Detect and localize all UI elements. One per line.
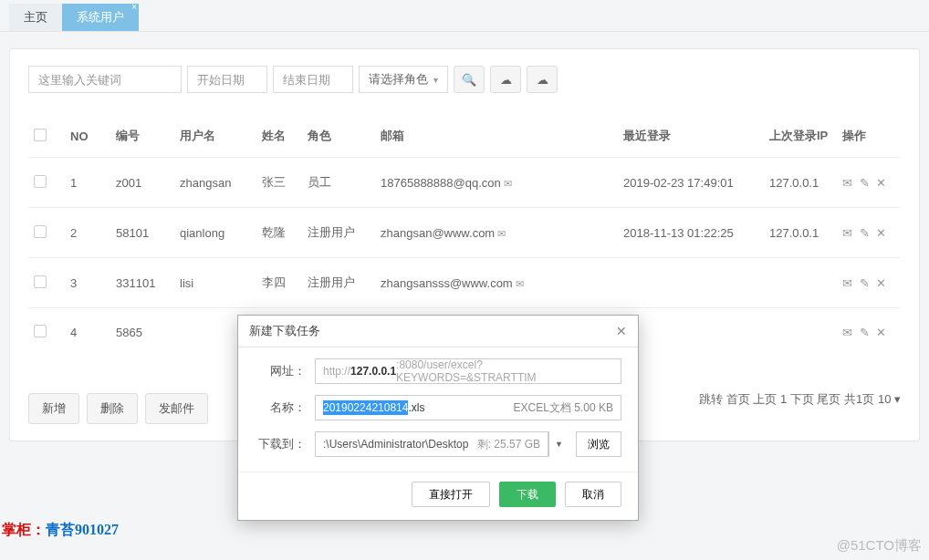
col-role: 角色	[302, 115, 375, 158]
end-date-input[interactable]	[273, 66, 353, 93]
cell-no: 4	[65, 308, 110, 358]
toolbar: 请选择角色 ▾ 🔍 ☁ ☁	[28, 66, 901, 93]
mail-icon[interactable]: ✉	[842, 326, 854, 339]
row-checkbox[interactable]	[34, 175, 47, 188]
cell-no: 2	[65, 208, 110, 258]
cell-username: lisi	[174, 258, 256, 308]
cell-no: 3	[65, 258, 110, 308]
mail-icon[interactable]: ✉	[842, 176, 854, 190]
cell-email: zhangsan@www.com✉	[375, 208, 618, 258]
edit-icon[interactable]: ✎	[860, 176, 872, 190]
download-button[interactable]: ☁	[490, 66, 521, 93]
mail-icon: ✉	[516, 278, 524, 289]
name-input[interactable]: 20190224210814.xls EXCEL文档 5.00 KB	[315, 395, 621, 420]
pager-jump[interactable]: 跳转	[699, 392, 723, 406]
delete-icon[interactable]: ✕	[876, 276, 888, 290]
cloud-upload-icon: ☁	[537, 73, 548, 87]
pager-last[interactable]: 尾页	[817, 392, 840, 406]
download-button[interactable]: 下载	[499, 482, 556, 507]
pager-prev[interactable]: 上页	[753, 392, 777, 406]
tab-users[interactable]: 系统用户	[62, 4, 139, 31]
row-actions: ✉ ✎ ✕	[837, 208, 901, 258]
pager-next[interactable]: 下页	[790, 392, 814, 406]
cell-username: zhangsan	[174, 158, 256, 208]
mail-icon: ✉	[497, 228, 506, 239]
row-actions: ✉ ✎ ✕	[837, 258, 901, 308]
downloadto-label: 下载到：	[255, 436, 306, 452]
col-username: 用户名	[174, 115, 256, 158]
cell-name: 李四	[256, 258, 302, 308]
cell-name: 乾隆	[256, 208, 302, 258]
watermark-blog: @51CTO博客	[837, 537, 922, 555]
select-all-checkbox[interactable]	[34, 129, 47, 141]
cell-lastlogin: 2019-02-23 17:49:01	[618, 158, 764, 208]
search-icon: 🔍	[462, 73, 476, 87]
mail-icon[interactable]: ✉	[842, 276, 854, 290]
pager-current: 1	[780, 392, 787, 406]
cell-lastip	[764, 258, 837, 308]
cell-lastlogin: 2018-11-13 01:22:25	[618, 208, 764, 258]
row-actions: ✉ ✎ ✕	[837, 308, 901, 358]
pagination: 跳转 首页 上页 1 下页 尾页 共1页 10 ▾	[699, 391, 901, 408]
cell-role: 注册用户	[302, 258, 375, 308]
sendmail-button[interactable]: 发邮件	[145, 393, 208, 424]
role-label: 请选择角色	[369, 71, 428, 88]
open-direct-button[interactable]: 直接打开	[412, 482, 490, 507]
cell-code: z001	[110, 158, 174, 208]
cancel-button[interactable]: 取消	[565, 482, 621, 507]
cell-lastip	[764, 308, 837, 358]
edit-icon[interactable]: ✎	[860, 226, 872, 240]
keyword-input[interactable]	[28, 66, 182, 93]
start-date-input[interactable]	[187, 66, 267, 93]
cell-name: 张三	[256, 158, 302, 208]
row-checkbox[interactable]	[34, 225, 47, 238]
url-label: 网址：	[255, 363, 306, 379]
cell-code: 5865	[110, 308, 174, 358]
close-icon[interactable]: ✕	[616, 324, 627, 338]
row-actions: ✉ ✎ ✕	[837, 158, 901, 208]
pager-size[interactable]: 10	[878, 392, 891, 406]
edit-icon[interactable]: ✎	[860, 326, 872, 339]
col-name: 姓名	[256, 115, 302, 158]
url-input[interactable]: http://127.0.0.1:8080/user/excel?KEYWORD…	[315, 358, 621, 384]
file-format-text: EXCEL文档 5.00 KB	[514, 400, 613, 416]
delete-icon[interactable]: ✕	[876, 326, 888, 339]
cell-code: 58101	[110, 208, 174, 258]
pager-total: 共1页	[844, 392, 874, 406]
delete-icon[interactable]: ✕	[876, 226, 888, 240]
browse-button[interactable]: 浏览	[576, 431, 621, 457]
row-checkbox[interactable]	[34, 325, 47, 337]
cell-code: 331101	[110, 258, 174, 308]
mail-icon[interactable]: ✉	[842, 226, 854, 240]
delete-button[interactable]: 删除	[87, 393, 138, 424]
tab-bar: 主页 系统用户	[0, 0, 929, 32]
col-code: 编号	[110, 115, 174, 158]
download-dialog: 新建下载任务 ✕ 网址： http://127.0.0.1:8080/user/…	[237, 315, 639, 521]
row-checkbox[interactable]	[34, 275, 47, 288]
path-input[interactable]: :\Users\Administrator\Desktop 剩: 25.57 G…	[315, 431, 548, 457]
cell-lastlogin	[618, 258, 764, 308]
cell-no: 1	[65, 158, 110, 208]
dialog-title: 新建下载任务	[249, 323, 320, 339]
cell-role: 注册用户	[302, 208, 375, 258]
role-select[interactable]: 请选择角色 ▾	[359, 66, 448, 93]
name-label: 名称：	[255, 399, 306, 416]
col-email: 邮箱	[375, 115, 618, 158]
col-no: NO	[65, 115, 110, 158]
delete-icon[interactable]: ✕	[876, 176, 888, 190]
chevron-down-icon: ▾	[433, 75, 438, 85]
table-row: 1z001zhangsan张三员工18765888888@qq.con✉2019…	[28, 158, 901, 208]
cell-role: 员工	[302, 158, 375, 208]
edit-icon[interactable]: ✎	[860, 276, 872, 290]
chevron-down-icon: ▾	[894, 392, 901, 406]
cell-lastlogin	[618, 308, 764, 358]
tab-home[interactable]: 主页	[9, 4, 62, 31]
col-lastlogin: 最近登录	[618, 115, 764, 158]
upload-button[interactable]: ☁	[527, 66, 558, 93]
pager-first[interactable]: 首页	[726, 392, 750, 406]
path-dropdown[interactable]: ▼	[548, 431, 569, 457]
cloud-download-icon: ☁	[500, 73, 512, 87]
search-button[interactable]: 🔍	[454, 66, 485, 93]
cell-lastip: 127.0.0.1	[764, 208, 837, 258]
add-button[interactable]: 新增	[28, 393, 79, 424]
